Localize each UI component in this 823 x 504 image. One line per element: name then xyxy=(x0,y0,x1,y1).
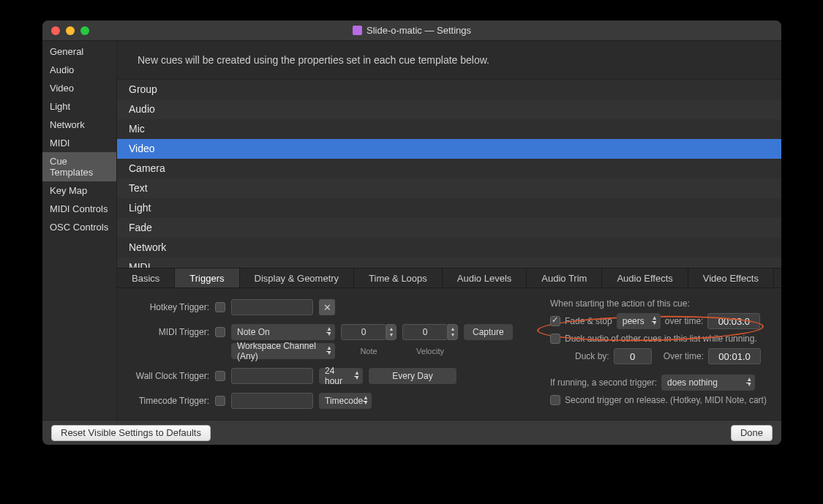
midi-velocity-label: Velocity xyxy=(402,347,458,356)
fade-stop-checkbox[interactable] xyxy=(550,316,560,326)
titlebar: Slide-o-matic — Settings xyxy=(42,20,781,41)
midi-msg-type-select[interactable]: Note On▲▼ xyxy=(231,324,335,340)
fade-stop-label: Fade & stop xyxy=(565,316,612,326)
done-button[interactable]: Done xyxy=(731,425,773,441)
cue-row-camera[interactable]: Camera xyxy=(117,159,781,178)
duck-checkbox[interactable] xyxy=(550,334,560,344)
tab-triggers[interactable]: Triggers xyxy=(175,268,239,287)
fade-stop-scope-select[interactable]: peers▲▼ xyxy=(617,313,661,329)
wallclock-format-select[interactable]: 24 hour▲▼ xyxy=(319,368,363,384)
second-trigger-release-label: Second trigger on release. (Hotkey, MIDI… xyxy=(565,395,767,405)
duck-row: Duck audio of other cues in this list wh… xyxy=(550,334,768,344)
window-title-text: Slide-o-matic — Settings xyxy=(367,25,471,36)
second-trigger-row: If running, a second trigger: does nothi… xyxy=(550,375,768,391)
tab-video-effects[interactable]: Video Effects xyxy=(688,268,774,287)
timecode-row: Timecode Trigger: Timecode▲▼ xyxy=(133,392,535,410)
tab-audio-trim[interactable]: Audio Trim xyxy=(527,268,602,287)
timecode-mode-select[interactable]: Timecode▲▼ xyxy=(319,393,372,409)
wallclock-repeat-button[interactable]: Every Day xyxy=(369,368,456,384)
sidebar-item-audio[interactable]: Audio xyxy=(42,61,116,79)
duck-values-row: Duck by: 0 Over time: 00:01.0 xyxy=(550,348,768,364)
cue-row-light[interactable]: Light xyxy=(117,198,781,218)
midi-label: MIDI Trigger: xyxy=(133,327,209,337)
tab-audio-levels[interactable]: Audio Levels xyxy=(443,268,527,287)
duck-label: Duck audio of other cues in this list wh… xyxy=(565,334,757,344)
duck-over-label: Over time: xyxy=(664,351,704,361)
sidebar-item-network[interactable]: Network xyxy=(42,116,116,134)
wallclock-row: Wall Clock Trigger: 24 hour▲▼ Every Day xyxy=(133,367,535,385)
sidebar: General Audio Video Light Network MIDI C… xyxy=(42,41,117,420)
second-trigger-release-row: Second trigger on release. (Hotkey, MIDI… xyxy=(550,395,768,405)
reset-defaults-button[interactable]: Reset Visible Settings to Defaults xyxy=(51,425,211,441)
triggers-panel: Hotkey Trigger: ✕ MIDI Trigger: Note O xyxy=(117,288,781,420)
wallclock-field[interactable] xyxy=(231,368,313,384)
tab-time-loops[interactable]: Time & Loops xyxy=(354,268,443,287)
stepper-arrows-icon[interactable]: ▲▼ xyxy=(448,324,458,340)
cue-row-text[interactable]: Text xyxy=(117,178,781,198)
hotkey-label: Hotkey Trigger: xyxy=(133,302,209,312)
tab-audio-effects[interactable]: Audio Effects xyxy=(602,268,688,287)
wallclock-checkbox[interactable] xyxy=(215,371,225,381)
cue-row-midi[interactable]: MIDI xyxy=(117,257,781,268)
stepper-arrows-icon[interactable]: ▲▼ xyxy=(386,324,397,340)
midi-capture-button[interactable]: Capture xyxy=(464,324,513,340)
sidebar-item-key-map[interactable]: Key Map xyxy=(42,181,116,200)
sidebar-item-midi-controls[interactable]: MIDI Controls xyxy=(42,200,116,218)
tab-display-geometry[interactable]: Display & Geometry xyxy=(240,268,355,287)
midi-channel-select[interactable]: Workspace Channel (Any)▲▼ xyxy=(231,343,335,359)
cue-row-mic[interactable]: Mic xyxy=(117,119,781,139)
fade-stop-time-field[interactable]: 00:03.0 xyxy=(707,313,760,329)
midi-checkbox[interactable] xyxy=(215,327,225,337)
tabbar: Basics Triggers Display & Geometry Time … xyxy=(117,268,781,288)
timecode-field[interactable] xyxy=(231,393,313,409)
cue-row-video[interactable]: Video xyxy=(117,139,781,159)
sidebar-item-midi[interactable]: MIDI xyxy=(42,134,116,152)
sidebar-item-video[interactable]: Video xyxy=(42,79,116,97)
hotkey-row: Hotkey Trigger: ✕ xyxy=(133,298,535,316)
triggers-left: Hotkey Trigger: ✕ MIDI Trigger: Note O xyxy=(133,298,535,410)
sidebar-item-general[interactable]: General xyxy=(42,42,116,61)
settings-window: Slide-o-matic — Settings General Audio V… xyxy=(42,20,781,445)
body: General Audio Video Light Network MIDI C… xyxy=(42,41,781,420)
midi-velocity-stepper[interactable]: 0 ▲▼ xyxy=(402,324,458,340)
cue-template-list[interactable]: Group Audio Mic Video Camera Text Light … xyxy=(117,79,781,268)
second-trigger-release-checkbox[interactable] xyxy=(550,395,560,405)
timecode-checkbox[interactable] xyxy=(215,396,225,406)
main: New cues will be created using the prope… xyxy=(117,41,781,420)
sidebar-item-light[interactable]: Light xyxy=(42,97,116,116)
duck-by-label: Duck by: xyxy=(575,351,609,361)
second-trigger-label: If running, a second trigger: xyxy=(550,377,657,388)
duck-by-field[interactable]: 0 xyxy=(614,348,652,364)
sidebar-item-cue-templates[interactable]: Cue Templates xyxy=(42,152,116,181)
wallclock-label: Wall Clock Trigger: xyxy=(133,371,209,381)
hint-text: New cues will be created using the prope… xyxy=(117,41,781,79)
cue-row-fade[interactable]: Fade xyxy=(117,218,781,238)
cue-row-group[interactable]: Group xyxy=(117,80,781,99)
hotkey-field[interactable] xyxy=(231,299,313,315)
hotkey-checkbox[interactable] xyxy=(215,302,225,312)
second-trigger-select[interactable]: does nothing▲▼ xyxy=(661,375,755,391)
action-column: When starting the action of this cue: Fa… xyxy=(535,298,768,410)
x-icon: ✕ xyxy=(323,302,331,313)
app-icon xyxy=(353,26,362,35)
midi-row: MIDI Trigger: Note On▲▼ 0 ▲▼ 0 xyxy=(133,323,535,360)
window-title: Slide-o-matic — Settings xyxy=(42,25,781,36)
footer: Reset Visible Settings to Defaults Done xyxy=(42,420,781,445)
hotkey-clear-button[interactable]: ✕ xyxy=(319,299,335,315)
cue-row-network[interactable]: Network xyxy=(117,238,781,257)
action-header: When starting the action of this cue: xyxy=(550,298,768,309)
fade-stop-row: Fade & stop peers▲▼ over time: 00:03.0 xyxy=(550,313,768,329)
cue-row-audio[interactable]: Audio xyxy=(117,99,781,119)
sidebar-item-osc-controls[interactable]: OSC Controls xyxy=(42,218,116,236)
timecode-label: Timecode Trigger: xyxy=(133,396,209,406)
midi-note-stepper[interactable]: 0 ▲▼ xyxy=(341,324,397,340)
midi-note-value[interactable]: 0 xyxy=(341,324,386,340)
fade-stop-over-label: over time: xyxy=(665,316,704,326)
midi-velocity-value[interactable]: 0 xyxy=(402,324,448,340)
duck-time-field[interactable]: 00:01.0 xyxy=(708,348,761,364)
midi-note-label: Note xyxy=(341,347,397,356)
tab-basics[interactable]: Basics xyxy=(117,268,175,287)
